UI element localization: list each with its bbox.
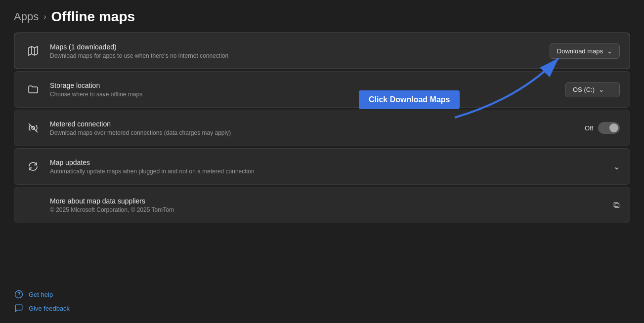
- map-updates-desc: Automatically update maps when plugged i…: [50, 168, 613, 175]
- storage-location-desc: Choose where to save offline maps: [50, 91, 565, 98]
- more-about-desc: © 2025 Microsoft Corporation, © 2025 Tom…: [50, 206, 613, 213]
- bottom-links: Get help Give feedback: [14, 289, 70, 313]
- metered-connection-toggle[interactable]: [598, 122, 620, 134]
- svg-line-1: [29, 123, 38, 132]
- give-feedback-link[interactable]: Give feedback: [14, 303, 70, 313]
- map-updates-icon: [24, 158, 42, 175]
- more-about-action: ⧉: [613, 200, 620, 210]
- apps-breadcrumb[interactable]: Apps: [14, 10, 39, 23]
- click-tooltip: Click Download Maps: [359, 90, 460, 109]
- chevron-down-icon: ⌄: [599, 86, 604, 93]
- storage-location-row: Storage location Choose where to save of…: [14, 71, 630, 108]
- give-feedback-icon: [14, 303, 24, 313]
- metered-connection-desc: Download maps over metered connections (…: [50, 129, 585, 136]
- breadcrumb-chevron: ›: [43, 12, 46, 21]
- storage-location-action: OS (C:) ⌄: [565, 82, 620, 97]
- maps-downloaded-row: Maps (1 downloaded) Download maps for ap…: [14, 33, 630, 69]
- info-spacer: [24, 196, 42, 214]
- more-about-row: More about map data suppliers © 2025 Mic…: [14, 187, 630, 223]
- settings-list: Maps (1 downloaded) Download maps for ap…: [14, 33, 630, 225]
- breadcrumb: Apps › Offline maps: [0, 0, 644, 33]
- folder-icon: [24, 81, 42, 98]
- metered-icon: [24, 119, 42, 137]
- download-maps-button[interactable]: Download maps ⌄: [550, 43, 620, 59]
- external-link-icon[interactable]: ⧉: [613, 200, 620, 210]
- get-help-icon: [14, 289, 24, 299]
- download-maps-action: Download maps ⌄: [550, 43, 620, 59]
- metered-connection-action: Off: [585, 122, 620, 134]
- storage-select-label: OS (C:): [573, 86, 595, 93]
- storage-location-title: Storage location: [50, 81, 565, 89]
- more-about-text: More about map data suppliers © 2025 Mic…: [50, 197, 613, 213]
- give-feedback-label: Give feedback: [29, 305, 70, 312]
- metered-connection-row: Metered connection Download maps over me…: [14, 110, 630, 146]
- metered-connection-title: Metered connection: [50, 120, 585, 128]
- maps-downloaded-text: Maps (1 downloaded) Download maps for ap…: [50, 43, 550, 59]
- get-help-label: Get help: [29, 291, 53, 298]
- maps-downloaded-title: Maps (1 downloaded): [50, 43, 550, 51]
- maps-downloaded-desc: Download maps for apps to use when there…: [50, 52, 550, 59]
- expand-icon[interactable]: ⌄: [613, 162, 620, 171]
- toggle-state-label: Off: [585, 124, 593, 132]
- metered-connection-text: Metered connection Download maps over me…: [50, 120, 585, 136]
- maps-icon: [24, 42, 42, 60]
- map-updates-action: ⌄: [613, 162, 620, 171]
- storage-select-dropdown[interactable]: OS (C:) ⌄: [565, 82, 620, 97]
- storage-location-text: Storage location Choose where to save of…: [50, 81, 565, 98]
- map-updates-row: Map updates Automatically update maps wh…: [14, 148, 630, 185]
- page-title: Offline maps: [51, 9, 135, 25]
- get-help-link[interactable]: Get help: [14, 289, 70, 299]
- map-updates-title: Map updates: [50, 159, 613, 166]
- map-updates-text: Map updates Automatically update maps wh…: [50, 159, 613, 175]
- chevron-down-icon: ⌄: [607, 47, 612, 55]
- download-maps-label: Download maps: [557, 47, 603, 55]
- more-about-title: More about map data suppliers: [50, 197, 613, 205]
